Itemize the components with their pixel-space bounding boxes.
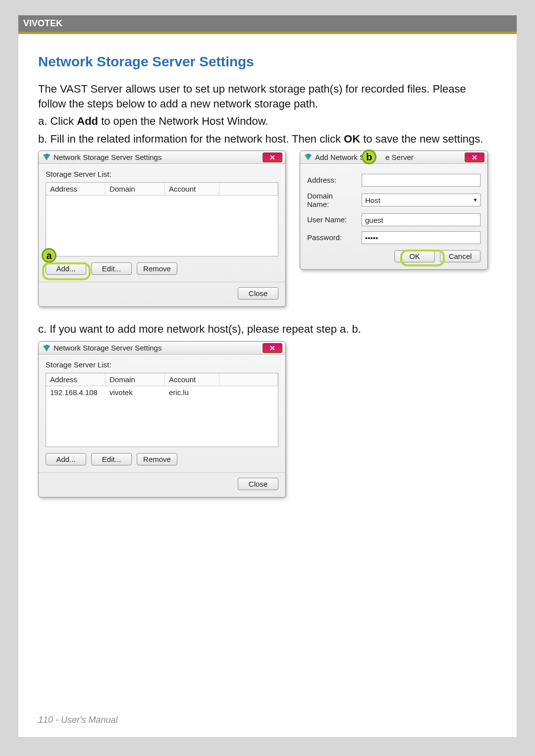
step-a: a. Click Add to open the Network Host Wi…	[38, 114, 497, 129]
col-account[interactable]: Account	[165, 373, 219, 386]
window-titlebar: Network Storage Server Settings ✕	[39, 342, 285, 354]
add-button[interactable]: Add...	[46, 262, 86, 275]
close-icon[interactable]: ✕	[465, 152, 484, 162]
cell-address: 192.168.4.108	[46, 386, 106, 399]
table-row[interactable]: 192.168.4.108 vivotek eric.lu	[46, 386, 278, 399]
window-title-right: e Server	[385, 153, 414, 161]
network-storage-settings-window: Network Storage Server Settings ✕ Storag…	[38, 151, 286, 307]
col-address[interactable]: Address	[46, 183, 106, 196]
password-label: Password:	[307, 233, 357, 242]
col-account[interactable]: Account	[165, 183, 219, 196]
col-domain[interactable]: Domain	[106, 373, 165, 386]
network-storage-settings-window-filled: Network Storage Server Settings ✕ Storag…	[38, 341, 286, 498]
close-button[interactable]: Close	[238, 287, 278, 300]
step-c: c. If you want to add more network host(…	[38, 322, 497, 337]
password-input[interactable]: •••••	[362, 231, 481, 244]
edit-button[interactable]: Edit...	[91, 262, 132, 275]
close-button[interactable]: Close	[238, 478, 278, 490]
step-b: b. Fill in the related information for t…	[38, 132, 497, 147]
user-name-label: User Name:	[307, 215, 357, 224]
col-domain[interactable]: Domain	[106, 183, 165, 196]
list-label: Storage Server List:	[46, 170, 278, 178]
cancel-button[interactable]: Cancel	[440, 250, 481, 262]
address-label: Address:	[307, 176, 357, 184]
doc-header: VIVOTEK	[18, 15, 517, 33]
page-footer: 110 - User's Manual	[38, 715, 118, 725]
app-icon	[43, 344, 51, 352]
domain-name-select[interactable]: Host	[362, 194, 481, 206]
close-icon[interactable]: ✕	[263, 152, 282, 162]
window-title-left: Add Network S	[315, 153, 365, 161]
domain-name-label: Domain Name:	[307, 192, 357, 208]
intro-paragraph: The VAST Server allows user to set up ne…	[38, 82, 497, 111]
callout-b: b	[362, 150, 376, 164]
ok-button[interactable]: OK	[394, 250, 435, 262]
cell-domain: vivotek	[106, 386, 165, 399]
app-icon	[304, 153, 312, 161]
server-list-grid: Address Domain Account 192.168.4.108 viv…	[46, 373, 278, 447]
remove-button[interactable]: Remove	[137, 453, 177, 465]
add-button[interactable]: Add...	[46, 453, 86, 465]
edit-button[interactable]: Edit...	[91, 453, 132, 465]
cell-account: eric.lu	[165, 386, 219, 399]
col-address[interactable]: Address	[46, 373, 106, 386]
server-list-grid: Address Domain Account	[46, 182, 278, 256]
add-network-storage-window: Add Network S e Server ✕ b Address: Doma…	[300, 151, 488, 270]
list-label: Storage Server List:	[46, 360, 278, 369]
window-title: Network Storage Server Settings	[54, 344, 161, 352]
app-icon	[43, 153, 51, 161]
brand-text: VIVOTEK	[23, 18, 62, 28]
window-title: Network Storage Server Settings	[54, 153, 161, 161]
section-title: Network Storage Server Settings	[38, 54, 497, 70]
header-rule	[18, 33, 517, 34]
callout-a: a	[42, 248, 56, 263]
address-input[interactable]	[362, 174, 481, 187]
window-titlebar: Network Storage Server Settings ✕	[39, 151, 285, 164]
close-icon[interactable]: ✕	[263, 343, 282, 353]
remove-button[interactable]: Remove	[137, 262, 177, 275]
user-name-input[interactable]: guest	[362, 213, 481, 226]
window-titlebar: Add Network S e Server ✕ b	[300, 151, 487, 164]
